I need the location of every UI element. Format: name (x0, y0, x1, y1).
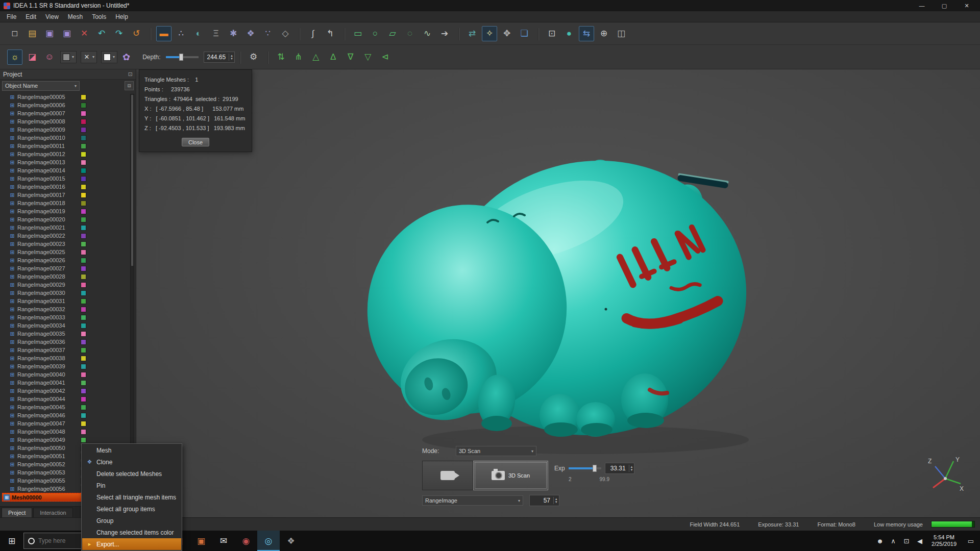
color-swatch[interactable] (81, 421, 86, 427)
list-item[interactable]: ⊞ RangeImage00044 (1, 395, 136, 403)
mode-dropdown[interactable]: 3D Scan ▾ (456, 446, 536, 456)
mail-icon[interactable]: ✉ (212, 531, 235, 551)
color-swatch[interactable] (81, 282, 86, 288)
select-polygon-icon[interactable]: ▱ (385, 26, 400, 41)
fill-holes-icon[interactable]: △ (308, 49, 324, 65)
polyline-tool-icon[interactable]: ↰ (323, 26, 338, 41)
viewport-3d[interactable]: Triangle Meshes : 1 Points : 239736 Tria… (136, 69, 980, 517)
transform-icon[interactable]: ✥ (499, 26, 514, 41)
context-menu-item[interactable]: ❖ Clone (82, 456, 181, 468)
list-item[interactable]: ⊞ RangeImage00010 (1, 134, 136, 142)
color-swatch[interactable] (81, 266, 86, 271)
list-item[interactable]: ⊞ RangeImage00025 (1, 248, 136, 256)
mesh-flow-icon[interactable]: ⋔ (291, 49, 306, 65)
color-swatch[interactable] (81, 339, 86, 345)
spinner-arrows[interactable]: ▴ ▾ (229, 54, 234, 61)
utility-app-icon[interactable]: ❖ (280, 531, 302, 551)
merge-align-icon[interactable]: Ξ (208, 26, 224, 41)
photos-app-icon[interactable]: ◉ (235, 531, 257, 551)
color-swatch[interactable] (81, 307, 86, 312)
range-image-dropdown[interactable]: RangeImage ▾ (422, 495, 523, 506)
list-item[interactable]: ⊞ RangeImage00022 (1, 232, 136, 240)
new-file-icon[interactable]: □ (7, 26, 22, 41)
color-swatch[interactable] (81, 356, 86, 361)
color-swatch[interactable] (81, 249, 86, 255)
context-menu-item[interactable]: Select all group items (82, 503, 181, 515)
list-item[interactable]: ⊞ RangeImage00007 (1, 109, 136, 117)
list-item[interactable]: ⊞ RangeImage00042 (1, 387, 136, 395)
color-swatch[interactable] (81, 103, 86, 108)
render-point-icon[interactable]: ● (561, 26, 577, 41)
color-swatch[interactable] (81, 298, 86, 304)
context-menu-item[interactable]: Delete selected Meshes (82, 468, 181, 480)
color-swatch[interactable] (81, 225, 86, 231)
spin-down-icon[interactable]: ▾ (555, 500, 557, 504)
context-menu-item[interactable]: ▸ Export... (82, 538, 181, 550)
list-item[interactable]: ⊞ RangeImage00011 (1, 142, 136, 150)
object-name-dropdown[interactable]: Object Name ▾ (2, 81, 80, 91)
model-color-dropdown[interactable]: ▾ (101, 51, 117, 63)
color-swatch[interactable] (81, 396, 86, 402)
video-capture-button[interactable] (422, 461, 473, 490)
cube-view-icon[interactable]: ◫ (614, 26, 629, 41)
list-item[interactable]: ⊞ RangeImage00008 (1, 117, 136, 126)
menu-item[interactable]: File (2, 12, 21, 21)
mesh-nodes-icon[interactable]: ❖ (243, 26, 258, 41)
list-item[interactable]: ⊞ RangeImage00005 (1, 93, 136, 101)
list-item[interactable]: ⊞ RangeImage00012 (1, 150, 136, 158)
select-rectangle-icon[interactable]: ▭ (350, 26, 365, 41)
start-button[interactable]: ⊞ (0, 531, 23, 551)
color-swatch[interactable] (81, 94, 86, 100)
color-swatch[interactable] (81, 380, 86, 386)
idea-app-icon[interactable]: ◎ (257, 531, 280, 551)
save-icon[interactable]: ▣ (42, 26, 57, 41)
color-swatch[interactable] (81, 347, 86, 353)
exposure-slider[interactable] (569, 467, 601, 469)
spinner-arrows[interactable]: ▴ ▾ (629, 465, 634, 472)
list-item[interactable]: ⊞ RangeImage00035 (1, 330, 136, 338)
list-item[interactable]: ⊞ RangeImage00029 (1, 281, 136, 289)
pan-view-icon[interactable]: ⇆ (579, 26, 594, 41)
edge-tool-icon[interactable]: ⊲ (378, 49, 393, 65)
magic-wand-icon[interactable]: ✧ (482, 26, 497, 41)
list-item[interactable]: ⊞ RangeImage00036 (1, 338, 136, 346)
hidden-icons-chevron[interactable]: ∧ (887, 537, 900, 545)
scanner-tool-icon[interactable]: ▬ (156, 26, 172, 41)
list-item[interactable]: ⊞ RangeImage00020 (1, 215, 136, 223)
color-swatch[interactable] (81, 233, 86, 239)
save-as-icon[interactable]: ▣ (59, 26, 75, 41)
list-item[interactable]: ⊞ RangeImage00006 (1, 101, 136, 109)
list-item[interactable]: ⊞ RangeImage00041 (1, 379, 136, 387)
list-item[interactable]: ⊞ RangeImage00031 (1, 297, 136, 305)
notification-center-icon[interactable]: ▭ (962, 537, 980, 545)
list-item[interactable]: ⊞ RangeImage00016 (1, 183, 136, 191)
exposure-slider-knob[interactable] (593, 465, 597, 472)
background-color-dropdown[interactable]: ▾ (60, 51, 77, 63)
vertex-color-icon[interactable]: ☺ (42, 49, 57, 65)
list-item[interactable]: ⊞ RangeImage00017 (1, 191, 136, 199)
paint-palette-icon[interactable]: ✿ (122, 52, 130, 63)
list-item[interactable]: ⊞ RangeImage00038 (1, 354, 136, 362)
color-swatch[interactable] (81, 290, 86, 296)
panel-tab[interactable]: Interaction (33, 508, 72, 517)
select-ellipse-icon[interactable]: ○ (368, 26, 383, 41)
color-swatch[interactable] (81, 388, 86, 394)
repair-tools-icon[interactable]: ⚙ (246, 49, 261, 65)
spline-tool-icon[interactable]: ∫ (305, 26, 321, 41)
list-item[interactable]: ⊞ RangeImage00009 (1, 126, 136, 134)
delete-icon[interactable]: ✕ (77, 26, 92, 41)
minimize-button[interactable]: — (911, 0, 933, 11)
open-folder-icon[interactable]: ▤ (24, 26, 40, 41)
depth-slider-knob[interactable] (179, 54, 183, 61)
color-swatch[interactable] (81, 241, 86, 247)
maximize-button[interactable]: ▢ (933, 0, 955, 11)
list-item[interactable]: ⊞ RangeImage00027 (1, 264, 136, 272)
context-menu-item[interactable]: Group (82, 515, 181, 527)
list-item[interactable]: ⊞ RangeImage00045 (1, 403, 136, 411)
color-swatch[interactable] (81, 323, 86, 329)
color-swatch[interactable] (81, 127, 86, 133)
list-item[interactable]: ⊞ RangeImage00037 (1, 346, 136, 354)
mirror-flip-icon[interactable]: ⇄ (464, 26, 480, 41)
list-item[interactable]: ⊞ RangeImage00032 (1, 305, 136, 313)
redo-icon[interactable]: ↷ (111, 26, 127, 41)
